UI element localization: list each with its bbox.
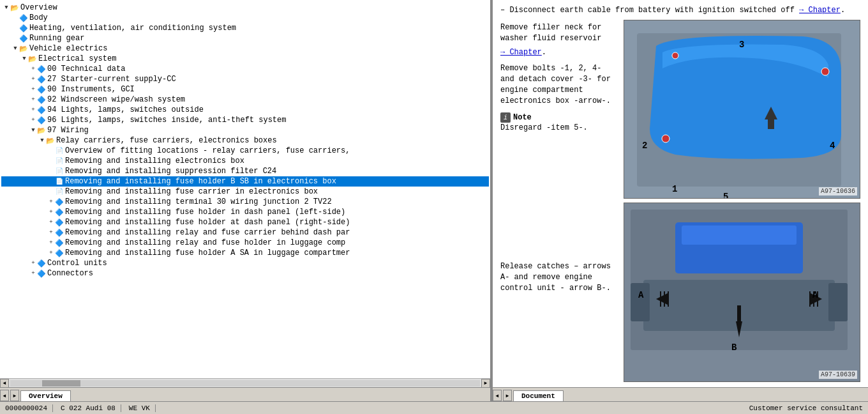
tree-item-overview-fitting[interactable]: 📄 Overview of fitting locations - relay … xyxy=(1,146,489,156)
tree-item-body[interactable]: 🔷 Body xyxy=(1,13,489,23)
expand-icon[interactable]: + xyxy=(47,239,55,247)
expand-icon xyxy=(47,147,55,155)
instr4-text: Release catches – arrows A- and remove e… xyxy=(500,262,611,293)
item-label: Control units xyxy=(47,259,107,268)
book-icon: 📂 xyxy=(10,3,19,12)
expand-icon xyxy=(11,34,19,42)
tab-overview[interactable]: Overview xyxy=(20,390,71,401)
tree-content[interactable]: ▼ 📂 Overview 🔷 Body 🔷 Heating, ventilati… xyxy=(0,0,490,378)
expand-icon[interactable]: + xyxy=(47,208,55,216)
tree-item-92[interactable]: + 🔷 92 Windscreen wipe/wash system xyxy=(1,95,489,105)
item-label: Connectors xyxy=(47,269,93,278)
tree-item-96[interactable]: + 🔷 96 Lights, lamps, switches inside, a… xyxy=(1,115,489,125)
right-nav-btn[interactable]: ► xyxy=(503,390,512,401)
tree-item-remove-install-ebox[interactable]: 📄 Removing and installing electronics bo… xyxy=(1,156,489,166)
instructions-column: Remove filler neck for washer fluid rese… xyxy=(500,20,618,382)
expand-icon[interactable]: ▼ xyxy=(38,137,46,144)
svg-text:A: A xyxy=(638,290,644,300)
tree-item-running-gear[interactable]: 🔷 Running gear xyxy=(1,33,489,43)
note-text: Disregard -item 5-. xyxy=(500,123,618,134)
item-label: Removing and installing relay and fuse c… xyxy=(65,228,350,237)
tree-item-hvac[interactable]: 🔷 Heating, ventilation, air conditioning… xyxy=(1,23,489,33)
expand-icon[interactable]: + xyxy=(29,65,37,73)
expand-icon[interactable]: + xyxy=(47,249,55,257)
item-label: Removing and installing fuse holder in d… xyxy=(65,208,345,217)
tree-item-fuse-holder-b[interactable]: 📄 Removing and installing fuse holder B … xyxy=(1,176,489,187)
book-icon: 🔷 xyxy=(55,218,64,227)
tree-item-fuse-dash-right[interactable]: + 🔷 Removing and installing fuse holder … xyxy=(1,217,489,227)
tree-item-control-units[interactable]: + 🔷 Control units xyxy=(1,258,489,268)
tree-item-suppression-filter[interactable]: 📄 Removing and installing suppression fi… xyxy=(1,166,489,176)
expand-icon[interactable]: + xyxy=(47,198,55,206)
item-label: Overview of fitting locations - relay ca… xyxy=(65,146,350,155)
tree-item-terminal30[interactable]: + 🔷 Removing and installing terminal 30 … xyxy=(1,197,489,207)
status-right: Customer service consultant xyxy=(749,404,865,412)
svg-point-4 xyxy=(821,68,829,75)
tree-item-00[interactable]: + 🔷 00 Technical data xyxy=(1,64,489,74)
book-icon: 🔷 xyxy=(55,238,64,247)
engine-control-svg: A A B xyxy=(624,203,860,381)
right-arrow-btn[interactable]: ► xyxy=(10,390,19,401)
chapter-link-2[interactable]: → Chapter xyxy=(500,48,542,57)
tree-item-27[interactable]: + 🔷 27 Starter-current supply-CC xyxy=(1,74,489,84)
expand-icon[interactable]: ▼ xyxy=(20,55,28,63)
tab-document[interactable]: Document xyxy=(513,390,564,401)
svg-rect-15 xyxy=(682,226,797,245)
tree-item-connectors[interactable]: + 🔷 Connectors xyxy=(1,268,489,279)
item-label: Removing and installing fuse holder B SB… xyxy=(65,177,336,186)
expand-icon[interactable]: + xyxy=(29,75,37,83)
page-icon: 📄 xyxy=(55,167,64,175)
item-label: Removing and installing suppression filt… xyxy=(65,167,276,176)
tree-item-fuse-carrier[interactable]: 📄 Removing and installing fuse carrier i… xyxy=(1,187,489,197)
book-icon: 🔷 xyxy=(55,208,64,217)
book-icon: 🔷 xyxy=(55,228,64,237)
left-arrow-btn[interactable]: ◄ xyxy=(0,390,9,401)
engine-image-1: manuales.co xyxy=(624,20,860,199)
tree-item-relay-carriers[interactable]: ▼ 📂 Relay carriers, fuse carriers, elect… xyxy=(1,135,489,146)
book-icon: 🔷 xyxy=(37,85,46,94)
chapter-link-1[interactable]: → Chapter xyxy=(799,6,841,15)
svg-text:5: 5 xyxy=(723,192,728,199)
expand-icon[interactable]: + xyxy=(29,270,37,277)
tree-item-fuse-holder-a[interactable]: + 🔷 Removing and installing fuse holder … xyxy=(1,248,489,258)
expand-icon[interactable]: + xyxy=(29,106,37,114)
image-1-code: A97-10636 xyxy=(819,187,857,195)
expand-icon[interactable]: + xyxy=(29,96,37,103)
scrollbar-track[interactable] xyxy=(10,380,480,387)
right-panel: – Disconnect earth cable from battery wi… xyxy=(493,0,868,401)
expand-icon[interactable]: + xyxy=(29,116,37,124)
item-label: Removing and installing electronics box xyxy=(65,157,244,165)
horizontal-scrollbar[interactable]: ◄ ► xyxy=(0,378,490,387)
expand-icon[interactable]: + xyxy=(47,229,55,236)
tree-item-90[interactable]: + 🔷 90 Instruments, GCI xyxy=(1,84,489,95)
book-icon: 🔷 xyxy=(55,249,64,257)
scroll-left-btn[interactable]: ◄ xyxy=(0,379,9,388)
instruction-2-text: Remove filler neck for washer fluid rese… xyxy=(500,22,618,44)
scroll-right-btn[interactable]: ► xyxy=(481,379,490,388)
tree-item-electrical-system[interactable]: ▼ 📂 Electrical system xyxy=(1,54,489,64)
tree-item-relay-fuse-behind-dash[interactable]: + 🔷 Removing and installing relay and fu… xyxy=(1,227,489,238)
expand-icon[interactable]: + xyxy=(29,259,37,267)
tree-item-94[interactable]: + 🔷 94 Lights, lamps, switches outside xyxy=(1,105,489,115)
expand-icon[interactable]: + xyxy=(47,218,55,226)
expand-icon[interactable]: ▼ xyxy=(29,126,37,134)
tree-item-vehicle-electrics[interactable]: ▼ 📂 Vehicle electrics xyxy=(1,43,489,54)
svg-text:A: A xyxy=(812,290,818,300)
expand-icon[interactable]: ▼ xyxy=(3,4,10,12)
item-label: 94 Lights, lamps, switches outside xyxy=(47,105,204,114)
tree-item-fuse-dash-left[interactable]: + 🔷 Removing and installing fuse holder … xyxy=(1,207,489,217)
right-panel-tabs: ◄ ► Document xyxy=(493,387,868,401)
item-label: Heating, ventilation, air conditioning s… xyxy=(29,24,236,33)
book-icon: 🔷 xyxy=(37,65,46,73)
book-icon: 🔷 xyxy=(37,259,46,268)
left-nav-btn[interactable]: ◄ xyxy=(493,390,502,401)
expand-icon[interactable]: + xyxy=(29,86,37,93)
svg-text:B: B xyxy=(731,342,737,353)
expand-icon[interactable]: ▼ xyxy=(11,45,19,52)
scrollbar-thumb[interactable] xyxy=(42,380,80,387)
tree-item-97[interactable]: ▼ 📂 97 Wiring xyxy=(1,125,489,135)
tree-item-overview[interactable]: ▼ 📂 Overview xyxy=(1,3,489,13)
instr3-text: Remove bolts -1, 2, 4- and detach cover … xyxy=(500,64,611,105)
tree-item-relay-fuse-luggage[interactable]: + 🔷 Removing and installing relay and fu… xyxy=(1,238,489,248)
book-icon: 📂 xyxy=(46,136,55,145)
